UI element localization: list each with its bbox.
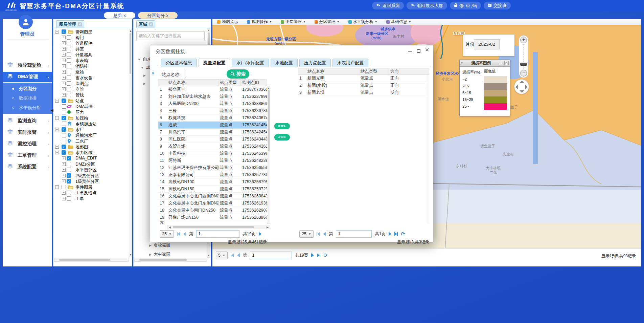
sidebar-item-7[interactable]: 系统配置› xyxy=(3,162,52,172)
checkbox[interactable]: ✓ xyxy=(67,156,71,160)
chevron-down-icon[interactable]: ▼ xyxy=(138,58,141,61)
first-page-button[interactable] xyxy=(317,232,320,236)
last-page-button[interactable] xyxy=(317,253,320,257)
left-table-vscrollbar[interactable]: ▲ xyxy=(267,86,270,224)
table-row[interactable]: 1裕华晋丰流量点17387070361 xyxy=(158,86,267,93)
checkbox[interactable]: ✓ xyxy=(62,150,66,155)
layer-tree-label[interactable]: 站点 xyxy=(75,98,84,104)
close-icon[interactable]: ✕ xyxy=(504,61,509,65)
dialog-tab-2[interactable]: 流量点配置 xyxy=(199,59,230,67)
tab-layer-manage[interactable]: 图层管理 ✕ xyxy=(56,20,84,28)
pan-right-icon[interactable] xyxy=(525,85,528,89)
header-action-4[interactable]: 交接班 xyxy=(484,2,511,9)
pan-up-icon[interactable] xyxy=(520,81,524,83)
layer-panel-hscrollbar[interactable] xyxy=(54,258,129,262)
collapse-icon[interactable]: − xyxy=(55,30,59,34)
sidebar-item-2[interactable]: DMA管理› xyxy=(3,72,52,82)
checkbox[interactable]: ✓ xyxy=(62,127,66,132)
layer-tree-label[interactable]: DMA_EDIT xyxy=(75,156,97,160)
region-tree-node[interactable]: ▶ xyxy=(143,73,148,78)
table-row[interactable]: 16文化会展中心北门西侧DN250流量点17536260843 xyxy=(158,193,267,200)
table-row[interactable]: 1新团光明流量点正向 xyxy=(298,75,429,82)
checkbox[interactable] xyxy=(62,133,66,137)
page-size-select[interactable]: 5▼ xyxy=(216,252,228,259)
drag-handle-icon[interactable]: ⁞⁞ xyxy=(461,62,463,65)
layer-tree-label[interactable]: DMA流量 xyxy=(75,104,93,110)
dialog-tab-1[interactable]: 分区基本信息 xyxy=(161,59,197,67)
layer-tree-label[interactable]: 2级责任分区 xyxy=(75,173,99,179)
checkbox[interactable]: ✓ xyxy=(62,29,66,34)
table-row[interactable]: 10丰盈科技流量点17536245396 xyxy=(158,150,267,157)
checkbox[interactable] xyxy=(62,139,66,143)
table-row[interactable]: 12江苏科玛美保科技有限公司流量点17536256559 xyxy=(158,164,267,171)
layer-tree-label[interactable]: 事件图层 xyxy=(75,185,92,190)
chevron-right-icon[interactable]: ▶ xyxy=(143,82,146,85)
map-toolbar-1[interactable]: 地图提示 xyxy=(217,19,238,25)
checkbox[interactable] xyxy=(67,70,71,74)
page-number-input[interactable] xyxy=(250,252,292,259)
layer-tree-label[interactable]: 监测点 xyxy=(75,81,88,87)
prev-page-button[interactable] xyxy=(183,232,186,236)
layer-tree-label[interactable]: 加压站 xyxy=(75,115,88,121)
layer-tree-label[interactable]: 水表箱 xyxy=(75,58,88,64)
map-toolbar-2[interactable]: 视图操作▼ xyxy=(247,19,272,25)
expand-icon[interactable]: + xyxy=(62,64,66,68)
layer-tree-label[interactable]: 蓄水设备 xyxy=(75,75,92,81)
dialog-tab-5[interactable]: 压力点配置 xyxy=(299,59,331,67)
sidebar-subitem-2[interactable]: 数据挂接 xyxy=(3,93,52,103)
layer-tree-label[interactable]: 通榆河水厂 xyxy=(75,133,97,138)
close-icon[interactable]: ✕ xyxy=(78,22,82,26)
map-toolbar-3[interactable]: 图层管理▼ xyxy=(281,19,306,25)
expand-icon[interactable]: + xyxy=(62,41,66,45)
layer-tree-label[interactable]: DMZs分区 xyxy=(75,162,95,167)
checkbox[interactable] xyxy=(62,122,66,126)
table-row[interactable]: 3新团老坝流量点反向 xyxy=(298,89,429,96)
prev-page-button[interactable] xyxy=(323,232,326,236)
expand-icon[interactable]: + xyxy=(62,36,66,39)
layer-tree-label[interactable]: 乡镇加压站 xyxy=(75,121,97,127)
checkbox[interactable] xyxy=(67,52,71,57)
checkbox[interactable]: ✓ xyxy=(62,99,66,103)
sidebar-item-4[interactable]: 实时报警› xyxy=(3,127,52,137)
table-row[interactable]: 8同仁医院流量点17536243440 xyxy=(158,136,267,143)
chevron-down-icon[interactable]: ▼ xyxy=(141,66,144,69)
scroll-up-icon[interactable]: ▲ xyxy=(207,29,210,32)
station-name-input[interactable] xyxy=(185,70,233,78)
checkbox[interactable] xyxy=(67,76,71,80)
scroll-right-icon[interactable]: ▶ xyxy=(266,226,269,229)
expand-icon[interactable]: + xyxy=(62,53,66,57)
checkbox[interactable] xyxy=(67,35,71,40)
collapse-icon[interactable]: − xyxy=(55,99,59,103)
next-page-button[interactable] xyxy=(259,232,261,236)
checkbox[interactable] xyxy=(62,104,66,109)
search-button[interactable]: 搜索 xyxy=(227,69,249,79)
header-action-2[interactable]: 返回展示大屏 xyxy=(407,2,447,9)
layer-tree-label[interactable]: 水平衡分区 xyxy=(75,167,97,173)
layer-tree-label[interactable]: 二水厂 xyxy=(75,138,88,144)
expand-icon[interactable]: + xyxy=(62,82,66,85)
checkbox[interactable] xyxy=(67,196,71,201)
left-table-hscrollbar[interactable]: ◀ ▶ xyxy=(167,225,270,229)
table-row[interactable]: 7川岛汽车流量点17536242454 xyxy=(158,129,267,136)
checkbox[interactable] xyxy=(62,185,66,189)
expand-icon[interactable]: + xyxy=(62,59,66,62)
table-row[interactable]: 11阿特斯流量点17536248239 xyxy=(158,157,267,164)
right-table-vscrollbar[interactable] xyxy=(427,75,429,224)
transfer-remove-button[interactable]: <== xyxy=(274,134,290,141)
layer-panel-vscrollbar[interactable]: ▲ ▼ xyxy=(129,29,132,257)
layer-tree-label[interactable]: 管线 xyxy=(75,92,84,98)
transfer-add-button[interactable]: ==> xyxy=(274,123,290,129)
refresh-icon[interactable]: ⟳ xyxy=(401,232,405,236)
expand-icon[interactable]: + xyxy=(62,179,66,183)
layer-tree-label[interactable]: 地形图 xyxy=(75,144,88,150)
dialog-tab-4[interactable]: 水池配置 xyxy=(271,59,298,67)
sidebar-item-3[interactable]: 监测查询› xyxy=(3,116,52,126)
checkbox[interactable]: ✓ xyxy=(67,179,71,184)
layer-tree-label[interactable]: 压力 xyxy=(75,110,84,115)
table-row[interactable]: 13正泰有限公司流量点17536257739 xyxy=(158,171,267,178)
checkbox[interactable]: ✓ xyxy=(62,116,66,120)
sidebar-item-1[interactable]: 领导驾驶舱› xyxy=(3,60,52,70)
page-size-select[interactable]: 25▼ xyxy=(299,230,314,238)
table-row[interactable]: 18文化会展中心南门DN250流量点17536262907 xyxy=(158,207,267,214)
zoom-out-button[interactable]: − xyxy=(520,70,527,77)
